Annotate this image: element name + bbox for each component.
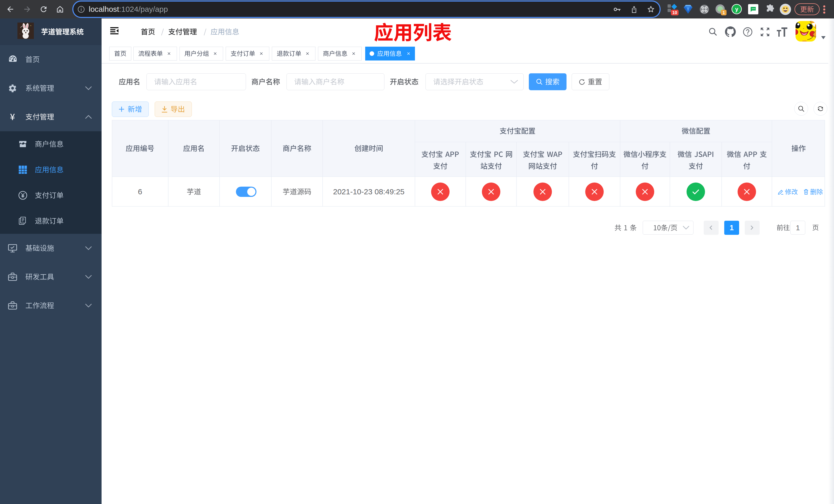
svg-text:1: 1 xyxy=(722,10,725,15)
svg-text:10: 10 xyxy=(673,10,677,15)
svg-text:y: y xyxy=(735,6,738,12)
